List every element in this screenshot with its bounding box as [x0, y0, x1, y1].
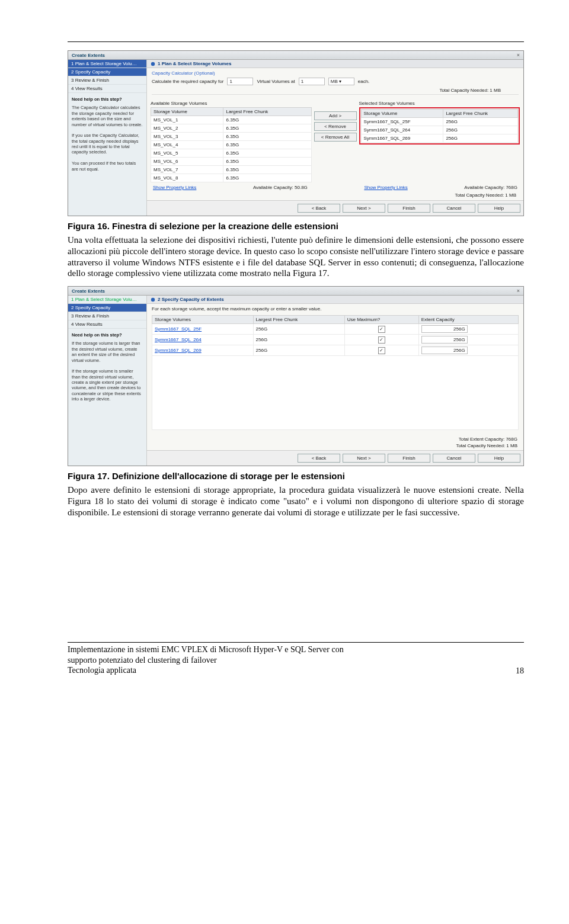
back-button[interactable]: < Back: [298, 204, 340, 213]
table-row: Symm1667_SQL_269256G✓256G: [152, 345, 519, 356]
figure17-caption: Figura 17. Definizione dell'allocazione …: [68, 471, 524, 481]
volume-size-input[interactable]: 1: [299, 78, 325, 85]
wizard-footer: < Back Next > Finish Cancel Help: [147, 450, 523, 466]
use-max-checkbox[interactable]: ✓: [378, 347, 385, 354]
use-max-checkbox[interactable]: ✓: [378, 326, 385, 333]
table-row: MS_VOL_86.35G: [151, 174, 312, 182]
extents-table[interactable]: Storage Volumes Largest Free Chunk Use M…: [152, 315, 519, 430]
help-title: Need help on this step?: [72, 97, 143, 102]
step-header: 1 Plan & Select Storage Volumes: [147, 60, 523, 68]
table-row: MS_VOL_36.35G: [151, 133, 312, 141]
top-rule: [68, 41, 524, 42]
wizard-sidebar: 1 Plan & Select Storage Volu… 2 Specify …: [68, 60, 147, 216]
footer-line2: supporto potenziato del clustering di fa…: [68, 655, 344, 666]
calc-title: Capacity Calculator (Optional): [152, 70, 215, 76]
table-row: Symm1667_SQL_25F256G: [361, 118, 518, 126]
table-row: MS_VOL_66.35G: [151, 158, 312, 166]
svg-point-1: [151, 297, 155, 301]
help-button[interactable]: Help: [478, 454, 520, 463]
window-title: Create Extents: [72, 288, 105, 294]
needed-bottom: Total Capacity Needed: 1 MB: [456, 443, 517, 448]
titlebar: Create Extents ×: [68, 51, 523, 60]
available-label: Available Storage Volumes: [151, 101, 312, 107]
cancel-button[interactable]: Cancel: [433, 204, 475, 213]
help-title: Need help on this step?: [72, 332, 143, 338]
step-2[interactable]: 2 Specify Capacity: [68, 304, 146, 312]
footer-line1: Implementazione in sistemi EMC VPLEX di …: [68, 644, 344, 655]
help-button[interactable]: Help: [478, 204, 520, 213]
footer-rule: [68, 642, 524, 643]
back-button[interactable]: < Back: [298, 454, 340, 463]
help-panel: Need help on this step? If the storage v…: [68, 329, 146, 406]
step-1[interactable]: 1 Plan & Select Storage Volu…: [68, 60, 146, 68]
remove-all-button[interactable]: < Remove All: [314, 133, 357, 142]
paragraph-1: Una volta effettuata la selezione dei di…: [68, 235, 524, 279]
step-3[interactable]: 3 Review & Finish: [68, 312, 146, 320]
help-panel: Need help on this step? The Capacity Cal…: [68, 93, 146, 175]
help-body: If the storage volume is larger than the…: [72, 341, 141, 402]
volumes-count-input[interactable]: 1: [227, 78, 253, 85]
available-capacity-left: Available Capacity: 50.8G: [253, 185, 308, 190]
footer-line3: Tecnologia applicata: [68, 665, 344, 676]
page-number: 18: [516, 666, 524, 676]
property-links-right[interactable]: Show Property Links: [364, 185, 407, 190]
close-icon[interactable]: ×: [517, 52, 520, 58]
wizard-steps: 1 Plan & Select Storage Volu… 2 Specify …: [68, 296, 146, 329]
table-row: MS_VOL_76.35G: [151, 166, 312, 174]
transfer-buttons: Add > < Remove < Remove All: [314, 111, 357, 142]
page-footer: Implementazione in sistemi EMC VPLEX di …: [68, 642, 524, 676]
next-button[interactable]: Next >: [343, 204, 385, 213]
table-row: MS_VOL_56.35G: [151, 149, 312, 158]
step-1[interactable]: 1 Plan & Select Storage Volu…: [68, 296, 146, 304]
calc-label: Calculate the required capacity for: [152, 79, 223, 84]
property-links-left[interactable]: Show Property Links: [153, 185, 196, 190]
help-body: The Capacity Calculator calculates the s…: [72, 105, 142, 171]
capacity-calculator: Capacity Calculator (Optional) Calculate…: [147, 68, 523, 97]
table-row: Symm1667_SQL_264256G: [361, 126, 518, 134]
create-extents-dialog-1: Create Extents × 1 Plan & Select Storage…: [68, 50, 524, 216]
paragraph-2: Dopo avere definito le estensioni di sto…: [68, 485, 524, 518]
selected-storage-table[interactable]: Storage VolumeLargest Free Chunk Symm166…: [361, 109, 519, 143]
table-row: Symm1667_SQL_25F256G✓256G: [152, 324, 519, 335]
create-extents-dialog-2: Create Extents × 1 Plan & Select Storage…: [68, 286, 524, 466]
step-4[interactable]: 4 View Results: [68, 85, 146, 93]
wizard-sidebar: 1 Plan & Select Storage Volu… 2 Specify …: [68, 296, 147, 466]
instruction-text: For each storage volume, accept the maxi…: [147, 304, 523, 314]
step-icon: [151, 297, 155, 302]
table-row: Symm1667_SQL_264256G✓256G: [152, 335, 519, 345]
remove-button[interactable]: < Remove: [314, 122, 357, 131]
step-header: 2 Specify Capacity of Extents: [147, 296, 523, 304]
wizard-steps: 1 Plan & Select Storage Volu… 2 Specify …: [68, 60, 146, 93]
svg-point-0: [151, 62, 155, 65]
titlebar: Create Extents ×: [68, 287, 523, 296]
table-row: MS_VOL_46.35G: [151, 141, 312, 149]
total-extent-capacity: Total Extent Capacity: 768G: [459, 437, 517, 442]
table-row: MS_VOL_16.35G: [151, 116, 312, 124]
available-capacity-right: Available Capacity: 768G: [464, 185, 517, 190]
step-3[interactable]: 3 Review & Finish: [68, 76, 146, 85]
close-icon[interactable]: ×: [517, 288, 520, 294]
add-button[interactable]: Add >: [314, 111, 357, 120]
figure16-caption: Figura 16. Finestra di selezione per la …: [68, 221, 524, 231]
step-4[interactable]: 4 View Results: [68, 320, 146, 329]
capacity-needed: Total Capacity Needed: 1 MB: [152, 85, 519, 95]
unit-select[interactable]: MB ▾: [328, 78, 354, 85]
step-2[interactable]: 2 Specify Capacity: [68, 68, 146, 76]
next-button[interactable]: Next >: [343, 454, 385, 463]
selected-highlight: Storage VolumeLargest Free Chunk Symm166…: [359, 107, 520, 145]
cancel-button[interactable]: Cancel: [433, 454, 475, 463]
selected-label: Selected Storage Volumes: [359, 101, 520, 107]
wizard-footer: < Back Next > Finish Cancel Help: [147, 200, 523, 216]
use-max-checkbox[interactable]: ✓: [378, 336, 385, 344]
window-title: Create Extents: [72, 53, 105, 58]
finish-button[interactable]: Finish: [388, 454, 430, 463]
needed-bottom: Total Capacity Needed: 1 MB: [147, 191, 523, 200]
available-storage-table[interactable]: Storage VolumeLargest Free Chunk MS_VOL_…: [151, 107, 312, 182]
finish-button[interactable]: Finish: [388, 204, 430, 213]
step-icon: [151, 62, 155, 66]
table-row: Symm1667_SQL_269256G: [361, 134, 518, 143]
table-row: MS_VOL_26.35G: [151, 124, 312, 133]
